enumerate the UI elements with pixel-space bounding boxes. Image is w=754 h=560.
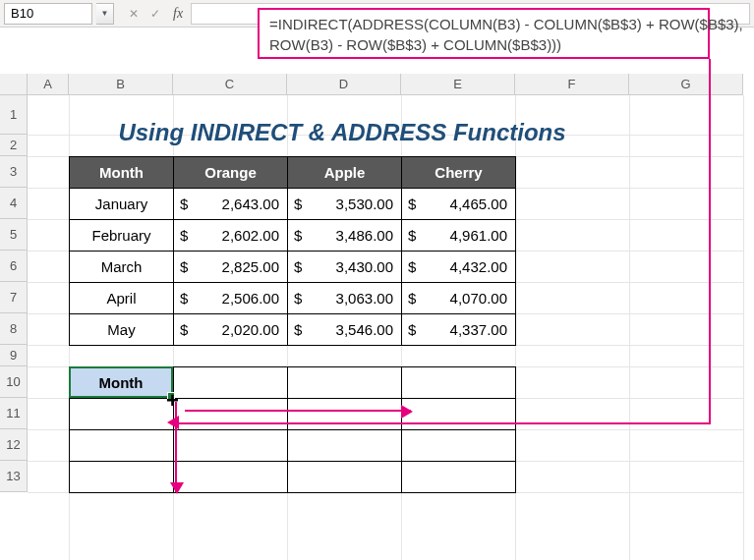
cell[interactable] — [288, 462, 402, 493]
connector-horizontal — [175, 422, 711, 424]
table-row: March2,825.003,430.004,432.00 — [70, 252, 516, 283]
cell[interactable] — [174, 399, 288, 430]
row-header-8[interactable]: 8 — [0, 313, 28, 345]
cancel-icon[interactable]: ✕ — [124, 4, 144, 24]
table-row: April2,506.003,063.004,070.00 — [70, 283, 516, 314]
header-apple[interactable]: Apple — [288, 157, 402, 189]
cell-orange[interactable]: 2,602.00 — [174, 220, 288, 252]
select-all-corner[interactable] — [0, 74, 28, 95]
cell-orange[interactable]: 2,506.00 — [174, 283, 288, 314]
column-headers: A B C D E F G — [28, 74, 754, 95]
cell[interactable] — [402, 367, 516, 399]
header-cherry[interactable]: Cherry — [402, 157, 516, 189]
name-box-dropdown[interactable]: ▼ — [96, 3, 114, 25]
cell-month[interactable]: February — [70, 220, 174, 252]
cell-orange[interactable]: 2,020.00 — [174, 314, 288, 346]
row-header-12[interactable]: 12 — [0, 429, 28, 461]
cell[interactable] — [174, 462, 288, 493]
col-header-E[interactable]: E — [401, 74, 515, 95]
cell[interactable] — [174, 430, 288, 462]
cell-month[interactable]: May — [70, 314, 174, 346]
table-row: February2,602.003,486.004,961.00 — [70, 220, 516, 252]
header-orange[interactable]: Orange — [174, 157, 288, 189]
col-header-A[interactable]: A — [28, 74, 69, 95]
cell-cherry[interactable]: 4,432.00 — [402, 252, 516, 283]
cell-month[interactable]: March — [70, 252, 174, 283]
col-header-G[interactable]: G — [629, 74, 743, 95]
fx-icon[interactable]: fx — [173, 6, 183, 22]
table-row: May2,020.003,546.004,337.00 — [70, 314, 516, 346]
col-header-D[interactable]: D — [287, 74, 401, 95]
enter-icon[interactable]: ✓ — [145, 4, 165, 24]
cell[interactable] — [174, 367, 288, 399]
row-header-3[interactable]: 3 — [0, 156, 28, 188]
name-box[interactable]: B10 — [4, 3, 92, 25]
formula-buttons: ✕ ✓ — [124, 4, 165, 24]
cell-orange[interactable]: 2,643.00 — [174, 189, 288, 220]
cell[interactable] — [288, 367, 402, 399]
connector-arrowhead-icon — [167, 416, 179, 429]
cell[interactable] — [288, 399, 402, 430]
row-header-5[interactable]: 5 — [0, 219, 28, 251]
row-header-11[interactable]: 11 — [0, 398, 28, 429]
formula-line-2: ROW(B3) - ROW($B$3) + COLUMN($B$3))) — [269, 34, 698, 55]
cell[interactable] — [70, 462, 174, 493]
fill-cursor-icon: + — [166, 388, 179, 414]
selected-cell[interactable]: Month — [69, 366, 173, 398]
data-table: Month Orange Apple Cherry January2,643.0… — [69, 156, 516, 346]
cell-apple[interactable]: 3,546.00 — [288, 314, 402, 346]
cell-cherry[interactable]: 4,070.00 — [402, 283, 516, 314]
cell[interactable] — [402, 430, 516, 462]
page-title: Using INDIRECT & ADDRESS Functions — [96, 119, 588, 146]
cell-apple[interactable]: 3,430.00 — [288, 252, 402, 283]
drag-arrow-right-icon — [185, 410, 411, 412]
row-header-9[interactable]: 9 — [0, 345, 28, 366]
row-header-1[interactable]: 1 — [0, 95, 28, 135]
cell-cherry[interactable]: 4,961.00 — [402, 220, 516, 252]
cell-apple[interactable]: 3,063.00 — [288, 283, 402, 314]
cell-orange[interactable]: 2,825.00 — [174, 252, 288, 283]
row-header-6[interactable]: 6 — [0, 251, 28, 282]
spreadsheet-grid: A B C D E F G 1 2 3 4 5 6 7 8 9 10 11 12… — [0, 74, 754, 560]
col-header-C[interactable]: C — [173, 74, 287, 95]
table-row: January2,643.003,530.004,465.00 — [70, 189, 516, 220]
cell-month[interactable]: April — [70, 283, 174, 314]
formula-callout: =INDIRECT(ADDRESS(COLUMN(B3) - COLUMN($B… — [258, 8, 710, 59]
cell[interactable] — [402, 399, 516, 430]
cell-month[interactable]: January — [70, 189, 174, 220]
row-header-13[interactable]: 13 — [0, 461, 28, 492]
cell-apple[interactable]: 3,486.00 — [288, 220, 402, 252]
row-header-4[interactable]: 4 — [0, 188, 28, 219]
cell[interactable] — [288, 430, 402, 462]
cells-area[interactable]: Using INDIRECT & ADDRESS Functions Month… — [28, 95, 743, 560]
cell-apple[interactable]: 3,530.00 — [288, 189, 402, 220]
header-month[interactable]: Month — [70, 157, 174, 189]
col-header-B[interactable]: B — [69, 74, 173, 95]
row-header-10[interactable]: 10 — [0, 366, 28, 398]
selected-cell-value: Month — [99, 374, 144, 391]
connector-vertical — [709, 59, 711, 422]
row-header-2[interactable]: 2 — [0, 135, 28, 156]
cell-cherry[interactable]: 4,337.00 — [402, 314, 516, 346]
cell[interactable] — [70, 399, 174, 430]
cell-cherry[interactable]: 4,465.00 — [402, 189, 516, 220]
row-headers: 1 2 3 4 5 6 7 8 9 10 11 12 13 — [0, 95, 28, 492]
formula-line-1: =INDIRECT(ADDRESS(COLUMN(B3) - COLUMN($B… — [269, 14, 698, 34]
col-header-F[interactable]: F — [515, 74, 629, 95]
cell[interactable] — [402, 462, 516, 493]
row-header-7[interactable]: 7 — [0, 282, 28, 313]
cell[interactable] — [70, 430, 174, 462]
name-box-value: B10 — [11, 6, 33, 21]
